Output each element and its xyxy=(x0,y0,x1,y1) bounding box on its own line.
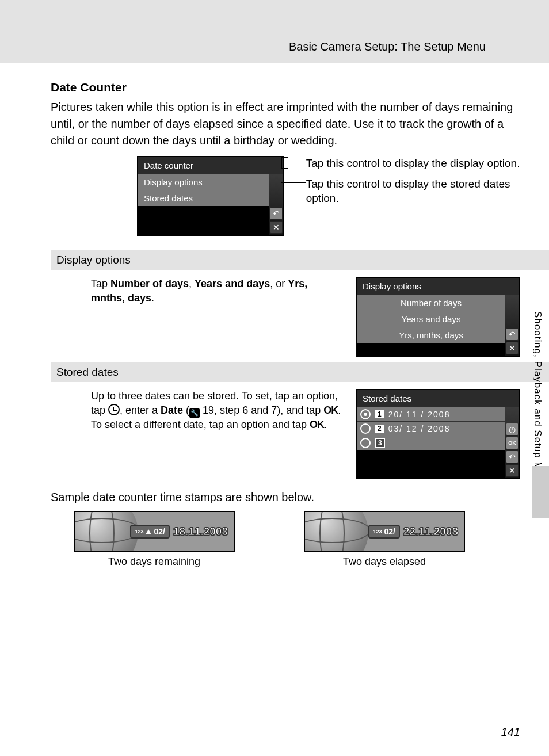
stored-date-1: 20/ 11 / 2008 xyxy=(388,410,451,419)
stored-date-row-1[interactable]: 1 20/ 11 / 2008 xyxy=(357,407,505,421)
display-options-text: Tap Number of days, Years and days, or Y… xyxy=(91,277,344,306)
stamp-badge-remaining: 123 02/ xyxy=(130,525,170,539)
setup-icon: 🔧 xyxy=(189,408,200,418)
display-options-heading: Display options xyxy=(51,250,549,270)
clock-button[interactable]: ◷ xyxy=(506,423,518,436)
stored-dates-heading: Stored dates xyxy=(51,362,549,382)
slot-badge-1: 1 xyxy=(375,410,384,418)
radio-selected-icon xyxy=(360,409,371,419)
clock-icon xyxy=(108,404,120,415)
stamp-badge-elapsed: 123 02/ xyxy=(368,525,400,539)
display-options-menu: Display options Number of days Years and… xyxy=(356,277,520,357)
display-options-screen-title: Display options xyxy=(357,278,519,295)
ok-button[interactable]: OK xyxy=(506,437,518,449)
stamp-date-elapsed: 22.11.2008 xyxy=(403,525,458,538)
callout-stored: Tap this control to display the stored d… xyxy=(306,177,520,206)
ok-icon: OK xyxy=(310,418,324,432)
chapter-tab: Shooting, Playback and Setup Menus xyxy=(526,259,549,547)
stored-dates-text: Up to three dates can be stored. To set,… xyxy=(91,389,344,433)
menu-filler xyxy=(138,206,269,235)
stored-date-3: – – – – – – – – – xyxy=(390,438,467,448)
stored-dates-screen-title: Stored dates xyxy=(357,390,519,407)
callout-display: Tap this control to display the display … xyxy=(306,156,520,171)
sample-label-elapsed: Two days elapsed xyxy=(304,556,465,568)
intro-paragraph: Pictures taken while this option is in e… xyxy=(51,99,520,149)
close-icon[interactable]: ✕ xyxy=(506,464,518,477)
menu-title: Date counter xyxy=(138,157,283,174)
section-header: Basic Camera Setup: The Setup Menu xyxy=(51,35,520,69)
sample-label-remaining: Two days remaining xyxy=(74,556,235,568)
sample-ball-graphic xyxy=(74,511,138,552)
sample-caption: Sample date counter time stamps are show… xyxy=(51,491,520,504)
page-number: 141 xyxy=(501,726,520,739)
back-icon[interactable]: ↶ xyxy=(506,450,518,463)
back-icon[interactable]: ↶ xyxy=(506,328,518,341)
radio-icon xyxy=(360,438,371,448)
option-yrs-mnths-days[interactable]: Yrs, mnths, days xyxy=(357,327,505,343)
callout-display-text: Tap this control to display the display … xyxy=(306,157,520,169)
stored-dates-menu: Stored dates 1 20/ 11 / 2008 2 03/ 12 / … xyxy=(356,389,520,479)
sample-ball-graphic xyxy=(304,511,368,552)
stored-date-row-3[interactable]: 3 – – – – – – – – – xyxy=(357,436,505,450)
stored-date-2: 03/ 12 / 2008 xyxy=(388,424,451,433)
date-counter-menu: Date counter Display options Stored date… xyxy=(137,156,284,236)
option-number-of-days[interactable]: Number of days xyxy=(357,295,505,311)
menu-item-stored-dates[interactable]: Stored dates xyxy=(138,190,269,206)
sample-remaining: 123 02/ 18.11.2008 Two days remaining xyxy=(74,511,235,568)
manual-page: Basic Camera Setup: The Setup Menu Date … xyxy=(0,0,549,756)
stored-date-row-2[interactable]: 2 03/ 12 / 2008 xyxy=(357,421,505,436)
menu-item-display-options[interactable]: Display options xyxy=(138,174,269,190)
radio-icon xyxy=(360,423,371,434)
tab-marker xyxy=(532,466,549,518)
slot-badge-3: 3 xyxy=(375,438,385,448)
ok-icon: OK xyxy=(323,403,338,418)
slot-badge-2: 2 xyxy=(375,425,384,433)
close-icon[interactable]: ✕ xyxy=(270,221,283,234)
back-icon[interactable]: ↶ xyxy=(270,207,283,220)
up-arrow-icon xyxy=(146,529,151,534)
option-years-and-days[interactable]: Years and days xyxy=(357,311,505,327)
callout-stored-text: Tap this control to display the stored d… xyxy=(306,178,510,205)
sample-elapsed: 123 02/ 22.11.2008 Two days elapsed xyxy=(304,511,465,568)
close-icon[interactable]: ✕ xyxy=(506,342,518,354)
stamp-date-remaining: 18.11.2008 xyxy=(173,525,228,538)
page-title: Date Counter xyxy=(51,81,520,94)
